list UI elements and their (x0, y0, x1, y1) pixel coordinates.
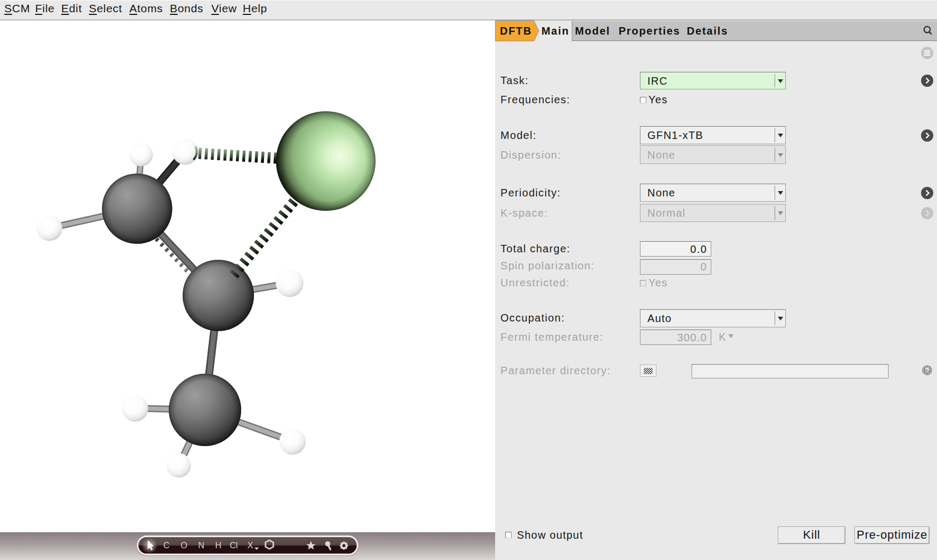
svg-text:C: C (163, 541, 170, 550)
svg-text:N: N (198, 541, 204, 550)
svg-text:X: X (248, 541, 253, 550)
svg-text:H: H (215, 541, 221, 550)
svg-text:Cl: Cl (229, 541, 237, 550)
svg-text:?: ? (925, 366, 930, 374)
svg-text:O: O (180, 541, 187, 550)
